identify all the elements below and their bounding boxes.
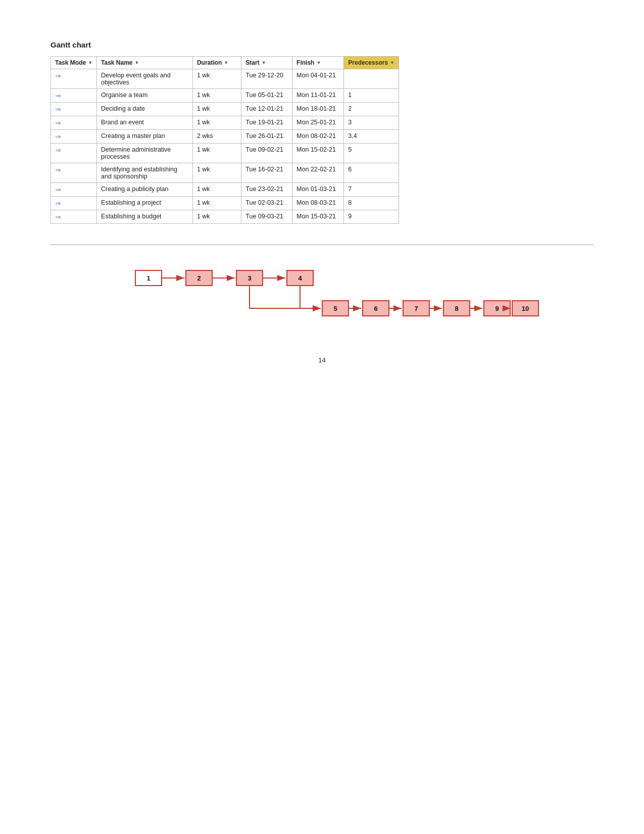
finish-cell: Mon 08-02-21 <box>292 130 344 144</box>
predecessors-cell: 1 <box>344 89 399 103</box>
duration-cell: 1 wk <box>192 89 241 103</box>
finish-cell: Mon 15-03-21 <box>292 210 344 224</box>
task-mode-cell: ⇒ <box>51 69 97 89</box>
task-mode-cell: ⇒ <box>51 197 97 210</box>
duration-cell: 2 wks <box>192 130 241 144</box>
task-name-cell: Establishing a project <box>97 197 193 210</box>
task-mode-icon: ⇒ <box>55 199 61 207</box>
header-duration[interactable]: Duration ▼ <box>192 57 241 69</box>
sort-icon: ▼ <box>88 60 92 65</box>
duration-cell: 1 wk <box>192 116 241 130</box>
svg-text:8: 8 <box>455 305 458 312</box>
task-mode-icon: ⇒ <box>55 213 61 221</box>
duration-cell: 1 wk <box>192 103 241 116</box>
predecessors-cell: 6 <box>344 163 399 183</box>
header-finish[interactable]: Finish ▼ <box>292 57 344 69</box>
task-mode-icon: ⇒ <box>55 91 61 100</box>
svg-text:4: 4 <box>298 274 302 282</box>
header-start[interactable]: Start ▼ <box>241 57 292 69</box>
table-row: ⇒Establishing a budget1 wkTue 09-03-21Mo… <box>51 210 399 224</box>
predecessors-cell <box>344 69 399 89</box>
header-predecessors[interactable]: Predecessors ▼ <box>344 57 399 69</box>
task-mode-cell: ⇒ <box>51 183 97 197</box>
task-name-cell: Determine administrative processes <box>97 144 193 163</box>
duration-cell: 1 wk <box>192 144 241 163</box>
predecessors-cell: 8 <box>344 197 399 210</box>
start-cell: Tue 16-02-21 <box>241 163 292 183</box>
finish-cell: Mon 01-03-21 <box>292 183 344 197</box>
start-cell: Tue 23-02-21 <box>241 183 292 197</box>
duration-cell: 1 wk <box>192 197 241 210</box>
finish-cell: Mon 22-02-21 <box>292 163 344 183</box>
svg-text:3: 3 <box>247 274 251 282</box>
task-mode-cell: ⇒ <box>51 144 97 163</box>
start-cell: Tue 09-02-21 <box>241 144 292 163</box>
table-row: ⇒Creating a publicity plan1 wkTue 23-02-… <box>51 183 399 197</box>
table-row: ⇒Identifying and establishing and sponso… <box>51 163 399 183</box>
task-name-cell: Creating a publicity plan <box>97 183 193 197</box>
finish-cell: Mon 15-02-21 <box>292 144 344 163</box>
table-row: ⇒Organise a team1 wkTue 05-01-21Mon 11-0… <box>51 89 399 103</box>
sort-icon: ▼ <box>262 60 266 65</box>
task-mode-icon: ⇒ <box>55 186 61 194</box>
task-mode-icon: ⇒ <box>55 119 61 127</box>
duration-cell: 1 wk <box>192 183 241 197</box>
start-cell: Tue 09-03-21 <box>241 210 292 224</box>
task-name-cell: Establishing a budget <box>97 210 193 224</box>
start-cell: Tue 05-01-21 <box>241 89 292 103</box>
predecessors-cell: 2 <box>344 103 399 116</box>
page-number: 14 <box>51 356 593 364</box>
start-cell: Tue 19-01-21 <box>241 116 292 130</box>
duration-cell: 1 wk <box>192 163 241 183</box>
sort-icon: ▼ <box>135 60 139 65</box>
task-name-cell: Creating a master plan <box>97 130 193 144</box>
task-mode-cell: ⇒ <box>51 116 97 130</box>
task-mode-cell: ⇒ <box>51 163 97 183</box>
table-row: ⇒Creating a master plan2 wksTue 26-01-21… <box>51 130 399 144</box>
table-row: ⇒Establishing a project1 wkTue 02-03-21M… <box>51 197 399 210</box>
start-cell: Tue 26-01-21 <box>241 130 292 144</box>
task-mode-cell: ⇒ <box>51 130 97 144</box>
page-title: Gantt chart <box>51 40 593 49</box>
finish-cell: Mon 18-01-21 <box>292 103 344 116</box>
task-mode-icon: ⇒ <box>55 132 61 141</box>
table-row: ⇒Deciding a date1 wkTue 12-01-21Mon 18-0… <box>51 103 399 116</box>
svg-text:1: 1 <box>146 274 150 282</box>
task-mode-icon: ⇒ <box>55 166 61 174</box>
duration-cell: 1 wk <box>192 210 241 224</box>
svg-text:5: 5 <box>333 305 337 312</box>
svg-text:7: 7 <box>414 305 418 312</box>
header-task-mode[interactable]: Task Mode ▼ <box>51 57 97 69</box>
start-cell: Tue 29-12-20 <box>241 69 292 89</box>
table-row: ⇒Brand an event1 wkTue 19-01-21Mon 25-01… <box>51 116 399 130</box>
predecessors-cell: 3 <box>344 116 399 130</box>
task-mode-icon: ⇒ <box>55 72 61 80</box>
network-diagram: 1 2 3 4 5 6 7 8 9 <box>130 260 514 326</box>
start-cell: Tue 12-01-21 <box>241 103 292 116</box>
network-svg: 1 2 3 4 5 6 7 8 9 <box>130 260 514 326</box>
table-row: ⇒Determine administrative processes1 wkT… <box>51 144 399 163</box>
sort-icon: ▼ <box>390 60 394 65</box>
svg-text:9: 9 <box>495 305 499 312</box>
sort-icon: ▼ <box>316 60 321 65</box>
predecessors-cell: 3,4 <box>344 130 399 144</box>
table-row: ⇒Develop event goals and objectives1 wkT… <box>51 69 399 89</box>
header-task-name[interactable]: Task Name ▼ <box>97 57 193 69</box>
task-name-cell: Develop event goals and objectives <box>97 69 193 89</box>
svg-text:10: 10 <box>521 305 528 312</box>
predecessors-cell: 9 <box>344 210 399 224</box>
task-mode-icon: ⇒ <box>55 105 61 113</box>
svg-text:2: 2 <box>197 274 201 282</box>
finish-cell: Mon 04-01-21 <box>292 69 344 89</box>
start-cell: Tue 02-03-21 <box>241 197 292 210</box>
task-mode-cell: ⇒ <box>51 103 97 116</box>
finish-cell: Mon 11-01-21 <box>292 89 344 103</box>
duration-cell: 1 wk <box>192 69 241 89</box>
task-name-cell: Brand an event <box>97 116 193 130</box>
task-name-cell: Organise a team <box>97 89 193 103</box>
task-mode-cell: ⇒ <box>51 210 97 224</box>
gantt-table: Task Mode ▼ Task Name ▼ Duration ▼ <box>51 56 399 224</box>
separator <box>51 244 593 245</box>
svg-text:6: 6 <box>374 305 377 312</box>
sort-icon: ▼ <box>224 60 228 65</box>
